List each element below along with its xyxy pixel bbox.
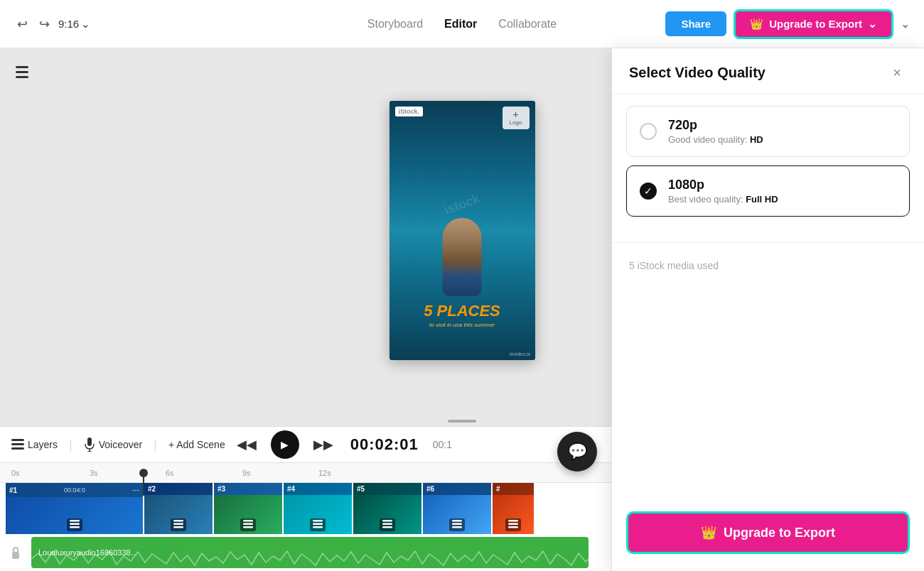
layers-label: Layers [28,439,58,450]
ratio-selector[interactable]: 9:16 ⌄ [58,18,90,31]
panel-export-label: Upgrade to Export [724,526,835,540]
video-frame: iStock. + Logo 5 PLACES to visit in usa … [390,101,535,360]
quality-desc-prefix-720p: Good video quality: [668,134,750,145]
layers-sidebar-icon[interactable] [9,59,36,86]
quality-desc-prefix-1080p: Best video quality: [668,194,746,205]
svg-rect-22 [382,523,392,526]
ruler-3s: 3s [90,469,98,477]
chevron-down-icon: ⌄ [868,18,877,31]
scene-1-label: #1 [9,486,17,494]
checkmark-icon: ✓ [644,185,652,197]
playhead-head [139,469,148,477]
close-panel-button[interactable]: × [887,62,907,82]
svg-rect-19 [313,523,323,526]
panel-crown-icon: 👑 [701,525,716,540]
scene-clip-6[interactable]: #6 [423,483,493,534]
scene-clip-5[interactable]: #5 [353,483,423,534]
ruler-12s: 12s [318,469,331,477]
scene-3-layers-icon [240,518,256,531]
ruler-6s: 6s [166,469,174,477]
scene-2-label: #2 [148,485,156,493]
radio-720p [640,123,657,140]
quality-option-720p[interactable]: 720p Good video quality: HD [626,106,910,157]
svg-rect-25 [452,523,462,526]
scene-clip-3[interactable]: #3 [214,483,284,534]
svg-rect-16 [243,523,253,526]
scrubber-line[interactable] [448,420,476,423]
scene-clip-1[interactable]: #1 00:04:0 ··· [6,483,144,534]
tab-storyboard[interactable]: Storyboard [367,15,423,33]
logo-badge[interactable]: + Logo [503,107,530,129]
svg-rect-23 [382,526,392,528]
scene-3-label: #3 [217,485,225,493]
skip-forward-button[interactable]: ▶▶ [313,437,333,452]
scene-1-header: #1 00:04:0 ··· [6,483,143,497]
scene-7-label: # [496,485,500,493]
stack-icon [14,66,30,79]
scene-clip-2[interactable]: #2 [144,483,214,534]
nav-right-actions: Share 👑 Upgrade to Export ⌄ ⌄ [665,9,910,39]
svg-rect-24 [452,520,462,522]
scene-clip-7[interactable]: # [493,483,535,534]
scene-6-layers-icon [449,518,465,531]
audio-track-container: Loudluxuryaudio16860338... // generate w… [6,537,589,568]
svg-rect-28 [508,523,518,526]
scene-6-header: #6 [423,483,491,495]
quality-desc-bold-720p: HD [750,134,763,145]
share-button[interactable]: Share [665,11,726,36]
top-navigation: ↩ ↪ 9:16 ⌄ Storyboard Editor Collaborate… [0,0,924,48]
skip-back-button[interactable]: ◀◀ [237,437,257,452]
quality-name-1080p: 1080p [668,178,778,192]
redo-button[interactable]: ↪ [36,13,53,35]
scene-7-header: # [493,483,534,495]
scene-5-label: #5 [357,485,365,493]
svg-rect-18 [313,520,323,522]
video-title: 5 PLACES to visit in usa this summer [390,303,535,327]
play-button[interactable]: ▶ [271,430,299,459]
scene-1-dots[interactable]: ··· [132,485,139,495]
scene-4-header: #4 [284,483,352,495]
nav-dropdown-chevron[interactable]: ⌄ [901,17,910,31]
layers-button[interactable]: Layers [11,439,58,450]
scene-3-header: #3 [214,483,282,495]
svg-rect-3 [11,439,24,441]
scene-2-header: #2 [144,483,213,495]
svg-rect-12 [173,520,183,522]
svg-rect-1 [16,71,28,73]
svg-rect-15 [243,520,253,522]
quality-options: 720p Good video quality: HD ✓ 1080p Best… [612,94,924,236]
crown-icon: 👑 [750,18,763,31]
tab-editor[interactable]: Editor [444,15,477,33]
time-remaining: 00:1 [433,439,452,450]
lock-icon-container [6,545,26,560]
radio-1080p: ✓ [640,183,657,200]
ruler-9s: 9s [242,469,251,477]
lock-icon [10,545,21,560]
scene-7-thumb [493,495,534,534]
tab-collaborate[interactable]: Collaborate [498,15,557,33]
svg-rect-5 [11,447,24,450]
svg-rect-30 [12,552,19,559]
quality-option-1080p[interactable]: ✓ 1080p Best video quality: Full HD [626,165,910,217]
time-display: 00:02:01 [350,435,419,454]
svg-rect-29 [508,526,518,528]
scene-5-layers-icon [380,518,395,531]
upgrade-export-button[interactable]: 👑 Upgrade to Export ⌄ [734,9,893,39]
svg-rect-9 [70,520,80,522]
scene-clip-4[interactable]: #4 [284,483,353,534]
nav-tabs: Storyboard Editor Collaborate [367,15,557,33]
quality-info-1080p: 1080p Best video quality: Full HD [668,178,778,205]
voiceover-button[interactable]: Voiceover [84,437,142,452]
microphone-icon [84,437,95,452]
panel-export-button[interactable]: 👑 Upgrade to Export [626,511,910,554]
svg-rect-17 [243,526,253,528]
chat-icon: 💬 [568,442,587,461]
quality-info-720p: 720p Good video quality: HD [668,118,763,145]
scene-6-label: #6 [426,485,434,493]
add-scene-button[interactable]: + Add Scene [168,439,225,450]
chat-bubble[interactable]: 💬 [557,432,597,472]
video-inner: iStock. + Logo 5 PLACES to visit in usa … [390,101,535,360]
divider-2: | [154,437,157,452]
undo-button[interactable]: ↩ [14,13,31,35]
audio-track[interactable]: Loudluxuryaudio16860338... // generate w… [31,537,589,568]
